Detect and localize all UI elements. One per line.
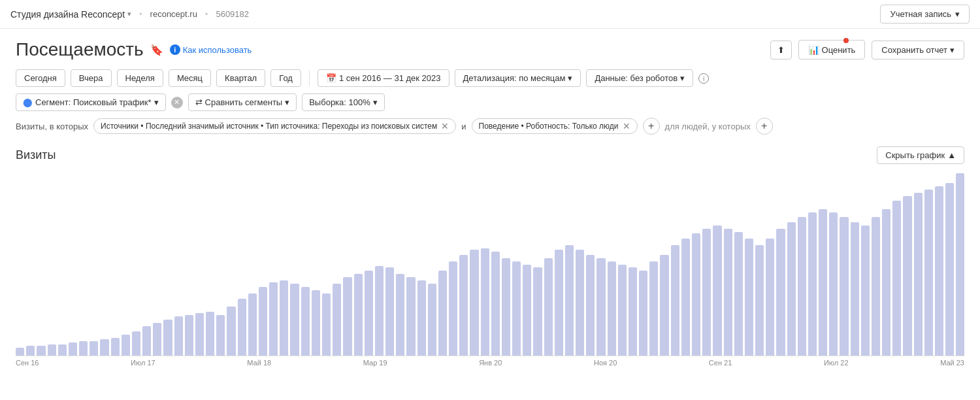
chart-bar[interactable] (544, 258, 553, 356)
account-button[interactable]: Учетная запись ▾ (880, 5, 970, 24)
how-to-use-link[interactable]: i Как использовать (170, 44, 252, 55)
pill-behavior-remove[interactable]: ✕ (623, 122, 630, 131)
chart-bar[interactable] (333, 284, 341, 356)
chart-bar[interactable] (216, 315, 225, 356)
add-people-filter-button[interactable]: + (756, 118, 773, 135)
chart-bar[interactable] (671, 245, 679, 356)
detail-dropdown[interactable]: Детализация: по месяцам ▾ (455, 69, 581, 87)
chart-bar[interactable] (26, 346, 35, 356)
chart-bar[interactable] (681, 239, 690, 356)
chart-bar[interactable] (111, 338, 120, 356)
chart-bar[interactable] (406, 277, 415, 356)
save-report-button[interactable]: Сохранить отчет ▾ (872, 41, 964, 59)
chart-bar[interactable] (639, 271, 647, 356)
chart-bar[interactable] (808, 212, 817, 356)
chart-bar[interactable] (69, 342, 77, 356)
chart-bar[interactable] (935, 186, 943, 356)
chart-bar[interactable] (766, 239, 774, 356)
rate-button[interactable]: 📊 Оценить (798, 40, 866, 59)
chart-bar[interactable] (100, 339, 108, 356)
chart-bar[interactable] (459, 255, 468, 356)
segment-clear-button[interactable]: ✕ (171, 97, 183, 108)
export-button[interactable]: ⬆ (770, 41, 792, 59)
chart-bar[interactable] (290, 284, 299, 356)
chart-bar[interactable] (90, 341, 98, 356)
chart-bar[interactable] (343, 277, 351, 356)
chart-bar[interactable] (58, 344, 67, 356)
chart-bar[interactable] (702, 229, 711, 356)
chart-bar[interactable] (555, 250, 563, 356)
chart-bar[interactable] (122, 335, 130, 356)
brand-dropdown[interactable]: Студия дизайна Reconcept ▾ (10, 9, 131, 20)
chart-bar[interactable] (829, 212, 838, 356)
chart-bar[interactable] (37, 346, 45, 356)
chart-bar[interactable] (660, 255, 668, 356)
chart-bar[interactable] (618, 265, 627, 356)
filter-pill-behavior[interactable]: Поведение • Роботность: Только люди ✕ (472, 118, 638, 134)
chart-bar[interactable] (470, 250, 478, 356)
bookmark-icon[interactable]: 🔖 (150, 44, 163, 56)
chart-bar[interactable] (259, 287, 267, 356)
chart-bar[interactable] (512, 261, 521, 356)
chart-bar[interactable] (924, 190, 933, 356)
chart-bar[interactable] (840, 217, 848, 356)
chart-bar[interactable] (396, 274, 404, 356)
chart-bar[interactable] (755, 245, 764, 356)
chart-bar[interactable] (576, 250, 584, 356)
chart-bar[interactable] (851, 222, 859, 356)
chart-bar[interactable] (481, 248, 489, 356)
chart-bar[interactable] (417, 280, 426, 356)
chart-bar[interactable] (428, 284, 436, 356)
chart-bar[interactable] (872, 217, 880, 356)
chart-bar[interactable] (238, 299, 246, 356)
hide-chart-button[interactable]: Скрыть график ▲ (877, 146, 964, 164)
chart-bar[interactable] (365, 271, 373, 356)
chart-bar[interactable] (174, 316, 183, 356)
chart-bar[interactable] (586, 255, 595, 356)
chart-bar[interactable] (892, 201, 901, 356)
chart-bar[interactable] (269, 282, 278, 356)
filter-quarter[interactable]: Квартал (216, 69, 265, 87)
chart-bar[interactable] (596, 258, 605, 356)
chart-bar[interactable] (692, 233, 700, 356)
date-range-picker[interactable]: 📅 1 сен 2016 — 31 дек 2023 (318, 69, 449, 87)
chart-bar[interactable] (819, 209, 827, 356)
filter-week[interactable]: Неделя (117, 69, 163, 87)
filter-today[interactable]: Сегодня (16, 69, 65, 87)
chart-bar[interactable] (354, 274, 363, 356)
data-type-dropdown[interactable]: Данные: без роботов ▾ (586, 69, 693, 87)
filter-pill-sources[interactable]: Источники • Последний значимый источник … (93, 118, 456, 134)
chart-bar[interactable] (79, 341, 88, 356)
chart-bar[interactable] (132, 331, 140, 356)
chart-bar[interactable] (248, 293, 257, 356)
chart-bar[interactable] (449, 261, 457, 356)
filter-year[interactable]: Год (270, 69, 301, 87)
segment-selector[interactable]: ⬤ Сегмент: Поисковый трафик* ▾ (16, 93, 166, 111)
chart-bar[interactable] (523, 265, 531, 356)
chart-bar[interactable] (195, 313, 204, 356)
chart-bar[interactable] (142, 326, 151, 356)
add-filter-button[interactable]: + (643, 118, 660, 135)
sample-selector[interactable]: Выборка: 100% ▾ (302, 93, 385, 111)
filter-month[interactable]: Месяц (169, 69, 211, 87)
chart-bar[interactable] (734, 232, 743, 356)
chart-bar[interactable] (375, 266, 384, 356)
chart-bar[interactable] (724, 229, 732, 356)
pill-sources-remove[interactable]: ✕ (441, 122, 449, 131)
chart-bar[interactable] (882, 209, 890, 356)
chart-bar[interactable] (565, 245, 574, 356)
chart-bar[interactable] (153, 323, 161, 356)
chart-bar[interactable] (956, 173, 964, 356)
chart-bar[interactable] (787, 222, 796, 356)
chart-bar[interactable] (502, 258, 510, 356)
chart-bar[interactable] (798, 217, 806, 356)
chart-bar[interactable] (914, 193, 923, 356)
chart-bar[interactable] (861, 225, 870, 356)
chart-bar[interactable] (301, 287, 310, 356)
compare-segments-button[interactable]: ⇄ Сравнить сегменты ▾ (188, 93, 297, 111)
chart-bar[interactable] (16, 348, 24, 356)
chart-bar[interactable] (649, 261, 658, 356)
chart-bar[interactable] (713, 225, 721, 356)
chart-bar[interactable] (206, 312, 214, 356)
chart-bar[interactable] (48, 344, 56, 356)
